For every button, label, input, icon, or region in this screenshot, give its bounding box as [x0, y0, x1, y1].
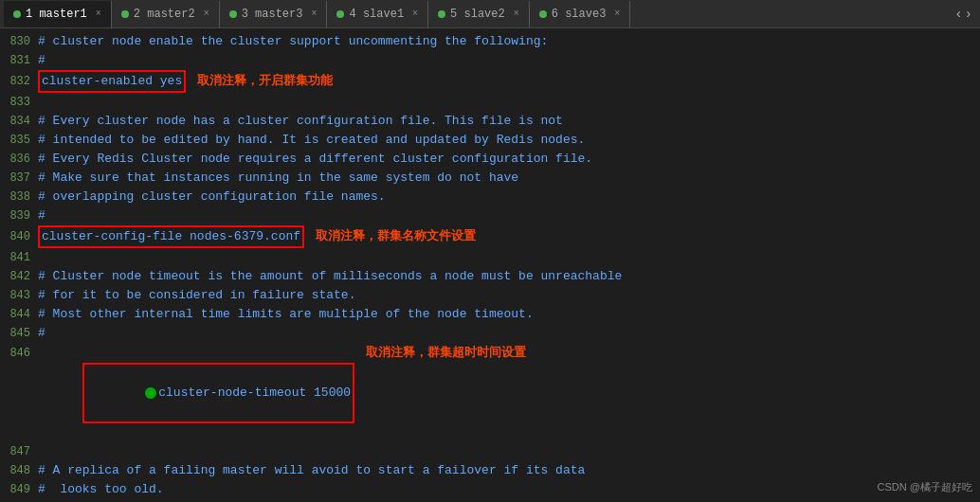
code-line-832: 832 cluster-enabled yes 取消注释，开启群集功能	[0, 70, 980, 93]
tab-master2[interactable]: 2 master2 ×	[112, 1, 220, 27]
tab-bar: 1 master1 × 2 master2 × 3 master3 × 4 sl…	[0, 0, 980, 28]
tab-master1-close[interactable]: ×	[96, 9, 101, 19]
tab-master3-label: 3 master3	[242, 8, 303, 21]
tab-master2-close[interactable]: ×	[204, 9, 209, 19]
watermark: CSDN @橘子超好吃	[878, 480, 972, 494]
code-line-836: 836 # Every Redis Cluster node requires …	[0, 150, 980, 169]
code-line-837: 837 # Make sure that instances running i…	[0, 169, 980, 188]
cluster-enabled-highlight: cluster-enabled yes	[38, 70, 186, 93]
code-line-848: 848 # A replica of a failing master will…	[0, 461, 980, 480]
tab-slave3[interactable]: 6 slave3 ×	[530, 1, 631, 27]
code-line-842: 842 # Cluster node timeout is the amount…	[0, 267, 980, 286]
code-line-838: 838 # overlapping cluster configuration …	[0, 188, 980, 206]
green-dot-icon	[145, 387, 156, 399]
code-line-835: 835 # intended to be edited by hand. It …	[0, 131, 980, 150]
tab-master1-label: 1 master1	[26, 8, 87, 21]
annotation-840: 取消注释，群集名称文件设置	[316, 226, 476, 245]
code-line-830: 830 # cluster node enable the cluster su…	[0, 32, 980, 51]
tab-slave3-close[interactable]: ×	[614, 9, 620, 19]
tab-slave2-label: 5 slave2	[450, 8, 505, 21]
cluster-config-highlight: cluster-config-file nodes-6379.conf	[38, 225, 304, 248]
code-line-844: 844 # Most other internal time limits ar…	[0, 305, 980, 324]
tab-master3[interactable]: 3 master3 ×	[220, 1, 328, 27]
code-line-847: 847	[0, 442, 980, 461]
tab-slave1[interactable]: 4 slave1 ×	[327, 1, 428, 27]
tab-slave1-close[interactable]: ×	[412, 9, 418, 19]
code-line-845: 845 #	[0, 324, 980, 343]
annotation-832: 取消注释，开启群集功能	[197, 71, 333, 90]
tab-master2-label: 2 master2	[134, 8, 195, 21]
code-line-841: 841	[0, 248, 980, 267]
tab-slave2[interactable]: 5 slave2 ×	[428, 1, 530, 27]
cluster-timeout-highlight: cluster-node-timeout 15000	[82, 363, 354, 423]
code-line-839: 839 #	[0, 206, 980, 225]
tab-nav-right[interactable]: ›	[965, 7, 972, 22]
code-area: 830 # cluster node enable the cluster su…	[0, 28, 980, 502]
annotation-846: 取消注释，群集超时时间设置	[366, 343, 526, 362]
tab-master3-close[interactable]: ×	[311, 9, 317, 19]
code-line-831: 831 #	[0, 51, 980, 70]
tab-slave3-label: 6 slave3	[552, 8, 607, 21]
code-line-846: 846 cluster-node-timeout 15000 取消注释，群集超时…	[0, 343, 980, 442]
tab-slave1-label: 4 slave1	[349, 8, 404, 21]
code-line-834: 834 # Every cluster node has a cluster c…	[0, 112, 980, 131]
code-line-843: 843 # for it to be considered in failure…	[0, 286, 980, 305]
code-line-840: 840 cluster-config-file nodes-6379.conf …	[0, 225, 980, 248]
tab-slave2-close[interactable]: ×	[514, 9, 519, 19]
tab-nav: ‹ ›	[951, 7, 976, 22]
code-line-833: 833	[0, 93, 980, 112]
tab-nav-left[interactable]: ‹	[954, 7, 962, 22]
code-line-849: 849 # looks too old.	[0, 480, 980, 499]
tab-master1[interactable]: 1 master1 ×	[4, 1, 112, 27]
